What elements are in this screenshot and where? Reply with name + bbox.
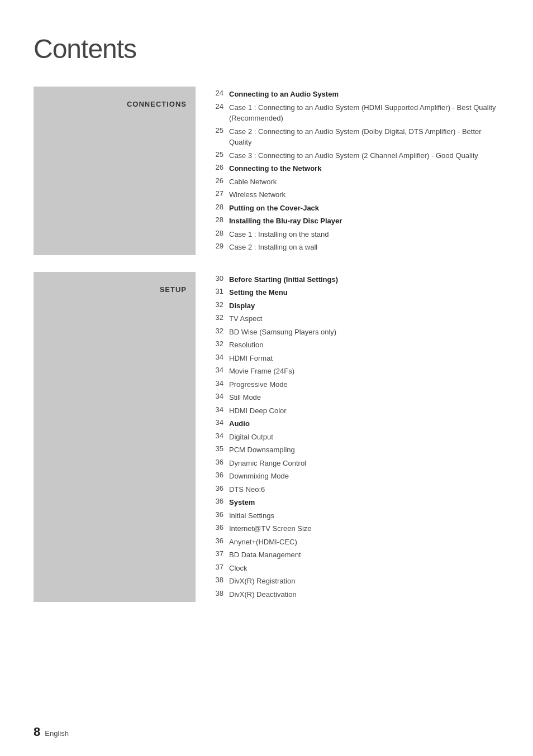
toc-page-number: 36 bbox=[212, 523, 229, 532]
toc-entry-text: DivX(R) Deactivation bbox=[229, 589, 297, 600]
toc-entry-text: HDMI Format bbox=[229, 353, 273, 364]
footer-page-number: 8 bbox=[34, 725, 40, 739]
toc-page-number: 34 bbox=[212, 353, 229, 361]
toc-entry: 28Installing the Blu-ray Disc Player bbox=[212, 216, 499, 227]
toc-entry: 35PCM Downsampling bbox=[212, 444, 499, 456]
toc-entry: 36DTS Neo:6 bbox=[212, 484, 499, 495]
toc-entry: 26Connecting to the Network bbox=[212, 163, 499, 174]
toc-entry: 37Clock bbox=[212, 563, 499, 574]
toc-page-number: 38 bbox=[212, 576, 229, 584]
toc-page-number: 28 bbox=[212, 216, 229, 224]
toc-page-number: 26 bbox=[212, 176, 229, 185]
toc-entry: 34Audio bbox=[212, 418, 499, 429]
toc-page-number: 34 bbox=[212, 432, 229, 440]
toc-page-number: 32 bbox=[212, 300, 229, 309]
toc-entry-text: System bbox=[229, 497, 255, 508]
toc-entry-text: BD Data Management bbox=[229, 549, 301, 561]
toc-page-number: 36 bbox=[212, 510, 229, 519]
toc-entry: 36Initial Settings bbox=[212, 510, 499, 521]
toc-page-number: 30 bbox=[212, 274, 229, 283]
toc-entry: 36System bbox=[212, 497, 499, 508]
toc-entry-text: Connecting to the Network bbox=[229, 163, 321, 174]
toc-entry-text: Setting the Menu bbox=[229, 287, 288, 298]
toc-entry-text: Progressive Mode bbox=[229, 379, 288, 390]
toc-entry-text: Clock bbox=[229, 563, 248, 574]
toc-page-number: 34 bbox=[212, 392, 229, 400]
toc-page-number: 32 bbox=[212, 327, 229, 335]
toc-entry: 36Dynamic Range Control bbox=[212, 458, 499, 469]
toc-entry: 25Case 2 : Connecting to an Audio System… bbox=[212, 126, 499, 148]
toc-page-number: 34 bbox=[212, 405, 229, 414]
toc-entry-text: TV Aspect bbox=[229, 313, 262, 324]
toc-entry-text: Initial Settings bbox=[229, 510, 274, 521]
toc-page-number: 24 bbox=[212, 89, 229, 97]
toc-page-number: 34 bbox=[212, 418, 229, 427]
toc-page-number: 38 bbox=[212, 589, 229, 597]
toc-entry: 34HDMI Deep Color bbox=[212, 405, 499, 417]
toc-entry-text: Audio bbox=[229, 418, 250, 429]
toc-page-number: 26 bbox=[212, 163, 229, 171]
toc-entry: 34Digital Output bbox=[212, 432, 499, 443]
toc-entry: 38DivX(R) Deactivation bbox=[212, 589, 499, 600]
toc-page-number: 25 bbox=[212, 126, 229, 135]
footer: 8 English bbox=[34, 725, 69, 739]
toc-entry-text: Dynamic Range Control bbox=[229, 458, 306, 469]
toc-entry: 32Resolution bbox=[212, 339, 499, 351]
toc-entry-text: Case 1 : Installing on the stand bbox=[229, 229, 329, 240]
toc-entry-text: Digital Output bbox=[229, 432, 273, 443]
toc-entry: 28Case 1 : Installing on the stand bbox=[212, 229, 499, 240]
section-connections: CONNECTIONS24Connecting to an Audio Syst… bbox=[34, 87, 499, 255]
toc-page-number: 27 bbox=[212, 189, 229, 198]
toc-page-number: 36 bbox=[212, 484, 229, 492]
toc-entry: 34Progressive Mode bbox=[212, 379, 499, 390]
toc-entry-text: BD Wise (Samsung Players only) bbox=[229, 327, 336, 338]
toc-entry: 37BD Data Management bbox=[212, 549, 499, 561]
toc-entry-text: Movie Frame (24Fs) bbox=[229, 366, 294, 377]
toc-page-number: 36 bbox=[212, 537, 229, 545]
toc-entry-text: Cable Network bbox=[229, 176, 277, 188]
toc-entry: 38DivX(R) Registration bbox=[212, 576, 499, 587]
toc-entry-text: Case 1 : Connecting to an Audio System (… bbox=[229, 102, 499, 124]
toc-page-number: 24 bbox=[212, 102, 229, 111]
toc-entry: 26Cable Network bbox=[212, 176, 499, 188]
toc-entry: 34HDMI Format bbox=[212, 353, 499, 364]
sections-container: CONNECTIONS24Connecting to an Audio Syst… bbox=[34, 87, 499, 602]
toc-entry: 36Anynet+(HDMI-CEC) bbox=[212, 537, 499, 548]
toc-page-number: 34 bbox=[212, 379, 229, 387]
toc-page-number: 36 bbox=[212, 497, 229, 505]
toc-entry-text: Case 2 : Connecting to an Audio System (… bbox=[229, 126, 499, 148]
section-sidebar-connections: CONNECTIONS bbox=[34, 87, 196, 255]
toc-entry: 32Display bbox=[212, 300, 499, 312]
footer-language: English bbox=[45, 729, 69, 738]
section-content-setup: 30Before Starting (Initial Settings)31Se… bbox=[196, 272, 499, 602]
toc-entry-text: Before Starting (Initial Settings) bbox=[229, 274, 338, 285]
toc-entry: 30Before Starting (Initial Settings) bbox=[212, 274, 499, 285]
toc-entry-text: Still Mode bbox=[229, 392, 261, 403]
toc-entry: 32TV Aspect bbox=[212, 313, 499, 324]
toc-page-number: 29 bbox=[212, 242, 229, 250]
toc-entry-text: Putting on the Cover-Jack bbox=[229, 203, 319, 214]
toc-page-number: 28 bbox=[212, 203, 229, 211]
page-title: Contents bbox=[34, 34, 499, 64]
toc-page-number: 34 bbox=[212, 366, 229, 374]
toc-page-number: 32 bbox=[212, 313, 229, 322]
toc-entry: 31Setting the Menu bbox=[212, 287, 499, 298]
toc-entry: 28Putting on the Cover-Jack bbox=[212, 203, 499, 214]
toc-entry-text: Case 3 : Connecting to an Audio System (… bbox=[229, 150, 478, 161]
toc-entry-text: Wireless Network bbox=[229, 189, 285, 200]
section-setup: SETUP30Before Starting (Initial Settings… bbox=[34, 272, 499, 602]
toc-entry: 29Case 2 : Installing on a wall bbox=[212, 242, 499, 253]
toc-page-number: 37 bbox=[212, 563, 229, 571]
toc-page-number: 35 bbox=[212, 444, 229, 453]
toc-page-number: 37 bbox=[212, 549, 229, 558]
toc-page-number: 28 bbox=[212, 229, 229, 237]
toc-entry-text: Display bbox=[229, 300, 255, 312]
toc-page-number: 25 bbox=[212, 150, 229, 159]
toc-entry-text: Internet@TV Screen Size bbox=[229, 523, 312, 534]
toc-entry: 32BD Wise (Samsung Players only) bbox=[212, 327, 499, 338]
toc-entry: 34Still Mode bbox=[212, 392, 499, 403]
toc-entry: 27Wireless Network bbox=[212, 189, 499, 200]
section-content-connections: 24Connecting to an Audio System24Case 1 … bbox=[196, 87, 499, 255]
toc-entry-text: Case 2 : Installing on a wall bbox=[229, 242, 317, 253]
toc-entry-text: HDMI Deep Color bbox=[229, 405, 287, 417]
